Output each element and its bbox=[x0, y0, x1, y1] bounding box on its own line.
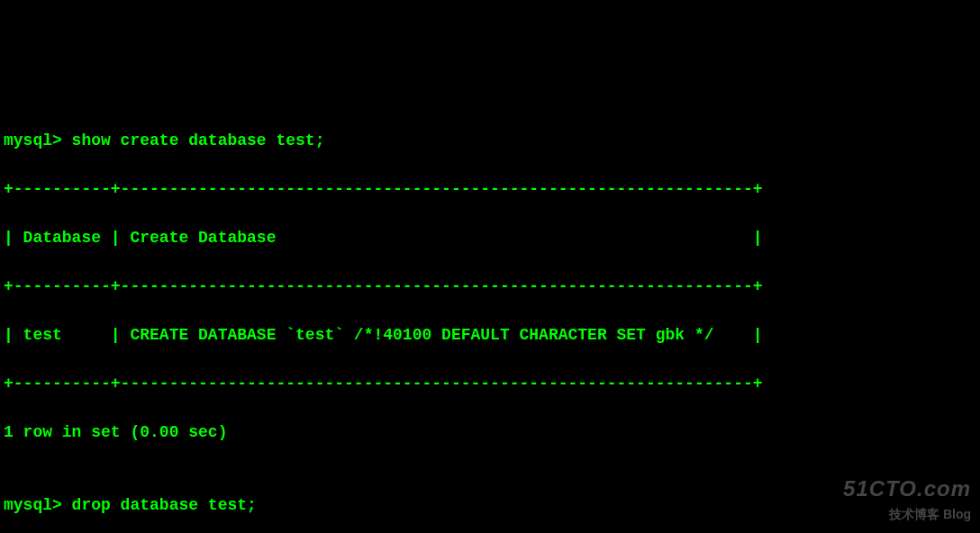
watermark-logo: 51CTO.com bbox=[843, 473, 971, 505]
table-header: | Database | Create Database | bbox=[4, 226, 976, 250]
table-border: +----------+----------------------------… bbox=[4, 177, 976, 202]
prompt-line: mysql> show create database test; bbox=[4, 129, 976, 153]
table-row: | test | CREATE DATABASE `test` /*!40100… bbox=[4, 323, 976, 348]
watermark-subtitle: 技术博客 Blog bbox=[843, 505, 971, 524]
result-footer: 1 row in set (0.00 sec) bbox=[4, 420, 976, 445]
table-border: +----------+----------------------------… bbox=[4, 372, 976, 396]
prompt-line: mysql> drop database test; bbox=[4, 493, 976, 518]
watermark: 51CTO.com 技术博客 Blog bbox=[843, 473, 971, 524]
table-border: +----------+----------------------------… bbox=[4, 275, 976, 299]
mysql-terminal[interactable]: mysql> show create database test; +-----… bbox=[4, 104, 976, 533]
